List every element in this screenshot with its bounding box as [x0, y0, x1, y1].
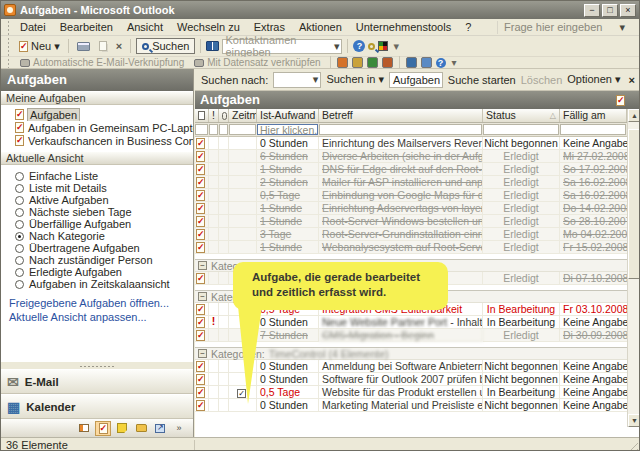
- view-option-nächste-sieben-tage[interactable]: Nächste sieben Tage: [1, 206, 193, 218]
- advanced-find-icon[interactable]: [368, 43, 375, 50]
- task-row[interactable]: ✓0 StundenEinrichtung des Mailservers Re…: [195, 137, 627, 150]
- task-row[interactable]: ✓1 StundeWebanalysesystem auf Root-Serve…: [195, 241, 627, 254]
- task-row[interactable]: ✓1 StundeDNS für Edge direkt auf den Roo…: [195, 163, 627, 176]
- view-option-aufgaben-in-zeitskalaansicht[interactable]: Aufgaben in Zeitskalaansicht: [1, 278, 193, 290]
- menu-aktionen[interactable]: Aktionen: [292, 20, 349, 34]
- scroll-up-button[interactable]: ▲: [628, 109, 640, 122]
- view-option-nach-kategorie[interactable]: Nach Kategorie: [1, 230, 193, 242]
- view-option-übertragene-aufgaben[interactable]: Übertragene Aufgaben: [1, 242, 193, 254]
- subject-text: Anmeldung bei Software Anbietern: [322, 360, 483, 372]
- column-subject[interactable]: Betreff: [319, 109, 483, 122]
- scroll-down-button[interactable]: ▼: [628, 414, 640, 427]
- toolbar-grip: [7, 19, 10, 35]
- tasks-nav-button[interactable]: ✓: [95, 421, 111, 436]
- configure-buttons-menu[interactable]: »: [171, 421, 187, 436]
- search-scope-input[interactable]: Aufgaben: [389, 72, 443, 88]
- task-row[interactable]: ✓1 StundeRoot-Server Windows bestellen u…: [195, 215, 627, 228]
- sidebar-folder-verkaufschancen-in-business-contact-manager[interactable]: ✓Verkaufschancen in Business Contact Man…: [1, 134, 193, 147]
- column-due[interactable]: Fällig am: [560, 109, 627, 122]
- ask-question-box[interactable]: Frage hier eingeben ▾: [497, 21, 625, 34]
- task-row[interactable]: ✓6 StundenDiverse Arbeiten (siehe in der…: [195, 150, 627, 163]
- task-folder-icon: ✓: [15, 109, 24, 120]
- search-for-input[interactable]: ▾: [273, 72, 321, 88]
- task-row[interactable]: ✓3 TageRoot-Server-Grundinstallation ein…: [195, 228, 627, 241]
- sidebar-folder-aufgaben-in-gemeinsam-pc-laptop[interactable]: ✓Aufgaben in Gemeinsam PC-Laptop: [1, 121, 193, 134]
- contact-name-input[interactable]: Kontaktnamen eingeben ▾: [222, 39, 342, 54]
- view-option-nach-zuständiger-person[interactable]: Nach zuständiger Person: [1, 254, 193, 266]
- current-view-header[interactable]: Aktuelle Ansicht: [1, 151, 193, 165]
- search-button[interactable]: Suchen: [136, 38, 195, 54]
- column-status[interactable]: Status△: [483, 109, 560, 122]
- search-in-dropdown[interactable]: Suchen in ▾: [326, 73, 384, 86]
- vertical-scrollbar[interactable]: ▲ ▼: [627, 109, 640, 427]
- new-item-row[interactable]: Hier klicken, ...: [195, 123, 627, 137]
- pane-splitter-handle[interactable]: [1, 361, 193, 369]
- close-button[interactable]: ×: [620, 4, 636, 17]
- toolbar-overflow-chevron[interactable]: ▾: [452, 57, 457, 68]
- shortcuts-icon: [155, 424, 165, 433]
- color-categories-icon[interactable]: [378, 41, 388, 51]
- sidebar-folder-aufgaben[interactable]: ✓Aufgaben: [1, 108, 193, 121]
- view-option-aktive-aufgaben[interactable]: Aktive Aufgaben: [1, 194, 193, 206]
- task-item-icon: ✓: [196, 177, 205, 188]
- task-type-cell: ✓: [195, 202, 209, 215]
- contacts-nav-button[interactable]: [76, 421, 92, 436]
- copy-button[interactable]: [96, 40, 110, 52]
- column-icon[interactable]: [195, 109, 209, 122]
- view-option-einfache-liste[interactable]: Einfache Liste: [1, 170, 193, 182]
- column-timer[interactable]: Zeitme...: [229, 109, 257, 122]
- attachment-cell: [219, 241, 229, 254]
- help-icon[interactable]: ?: [353, 40, 365, 52]
- menu-wechseln-zu[interactable]: Wechseln zu: [170, 20, 247, 34]
- menu-extras[interactable]: Extras: [247, 20, 292, 34]
- menu-datei[interactable]: Datei: [13, 20, 53, 34]
- my-tasks-header[interactable]: Meine Aufgaben: [1, 91, 193, 105]
- bcm-help-icon[interactable]: ?: [436, 58, 446, 68]
- create-opportunity-icon[interactable]: [367, 57, 378, 68]
- scrollbar-thumb[interactable]: [628, 129, 640, 279]
- link-aktuelle-ansicht-anpassen[interactable]: Aktuelle Ansicht anpassen...: [1, 311, 193, 325]
- link-freigegebene-aufgaben-öffnen[interactable]: Freigegebene Aufgaben öffnen...: [1, 297, 193, 311]
- menu-unternehmenstools[interactable]: Unternehmenstools: [349, 20, 458, 34]
- view-option-erledigte-aufgaben[interactable]: Erledigte Aufgaben: [1, 266, 193, 278]
- task-row[interactable]: ✓1 StundeEinrichtung Adservertags von la…: [195, 202, 627, 215]
- folder-list-nav-button[interactable]: [133, 421, 149, 436]
- task-row[interactable]: ✓0,5 TageEinbindung von Google Maps für …: [195, 189, 627, 202]
- menu-bearbeiten[interactable]: Bearbeiten: [53, 20, 120, 34]
- minimize-button[interactable]: −: [584, 4, 600, 17]
- column-attachment[interactable]: [219, 109, 229, 122]
- menu-ansicht[interactable]: Ansicht: [120, 20, 170, 34]
- notes-nav-button[interactable]: [114, 421, 130, 436]
- column-effort[interactable]: Ist-Aufwand: [257, 109, 319, 122]
- print-button[interactable]: [74, 41, 93, 52]
- refresh-icon[interactable]: [421, 57, 432, 68]
- display-report-icon[interactable]: [406, 57, 417, 68]
- calendar-nav-button[interactable]: ▦ Kalender: [1, 394, 193, 419]
- column-importance[interactable]: !: [209, 109, 219, 122]
- mail-nav-button[interactable]: ✉ E-Mail: [1, 369, 193, 394]
- create-contact-icon[interactable]: [337, 57, 348, 68]
- auto-email-link-button[interactable]: Automatische E-Mail-Verknüpfung: [17, 56, 187, 69]
- maximize-button[interactable]: □: [602, 4, 618, 17]
- effort-cell: 1 Stunde: [257, 215, 319, 228]
- menu-[interactable]: ?: [458, 20, 478, 34]
- delete-button[interactable]: ×: [113, 39, 125, 53]
- importance-cell: [209, 399, 219, 412]
- toolbar-overflow-chevron[interactable]: ▾: [393, 40, 399, 53]
- task-row[interactable]: ✓2 StundenMailer für ASP installieren un…: [195, 176, 627, 189]
- view-option-liste-mit-details[interactable]: Liste mit Details: [1, 182, 193, 194]
- search-options-dropdown[interactable]: Optionen ▾: [567, 73, 620, 86]
- resize-grip[interactable]: [626, 439, 638, 451]
- close-search-button[interactable]: ×: [629, 74, 635, 86]
- shortcuts-nav-button[interactable]: [152, 421, 168, 436]
- collapse-icon: −: [198, 261, 207, 270]
- create-account-icon[interactable]: [352, 57, 363, 68]
- link-to-record-button[interactable]: Mit Datensatz verknüpfen: [191, 56, 323, 69]
- address-book-icon[interactable]: [206, 41, 219, 51]
- clear-search-button[interactable]: Löschen: [521, 74, 563, 86]
- new-task-button[interactable]: ✓ Neu ▾: [16, 39, 63, 54]
- view-option-überfällige-aufgaben[interactable]: Überfällige Aufgaben: [1, 218, 193, 230]
- create-project-icon[interactable]: [382, 57, 393, 68]
- start-search-button[interactable]: Suche starten: [448, 74, 516, 86]
- separator: [330, 56, 331, 70]
